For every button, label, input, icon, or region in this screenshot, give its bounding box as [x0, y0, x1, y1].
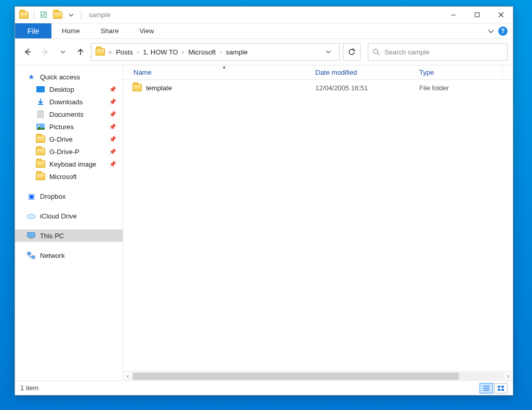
close-button[interactable] — [489, 7, 513, 23]
navitem-pictures[interactable]: Pictures 📌 — [15, 120, 123, 133]
svg-point-17 — [27, 214, 35, 219]
header-type[interactable]: Type — [419, 65, 502, 79]
qat-newfolder[interactable] — [52, 9, 63, 21]
crumb-overflow[interactable]: « — [108, 49, 112, 55]
navitem-network[interactable]: Network — [15, 249, 123, 262]
navitem-gdrive[interactable]: G-Drive 📌 — [15, 133, 123, 145]
qat-dropdown[interactable] — [65, 9, 77, 21]
thumbnails-view-button[interactable] — [494, 383, 508, 393]
svg-point-7 — [374, 49, 378, 53]
crumb-howto[interactable]: 1. HOW TO — [139, 46, 181, 58]
address-history-dropdown[interactable] — [326, 49, 337, 54]
documents-icon — [36, 110, 45, 118]
svg-rect-21 — [32, 256, 35, 258]
scroll-right-icon[interactable]: › — [503, 372, 513, 380]
svg-rect-28 — [501, 389, 504, 391]
thispc-icon — [26, 231, 36, 240]
crumb-microsoft[interactable]: Microsoft — [184, 46, 219, 58]
up-button[interactable] — [73, 45, 88, 59]
desktop-icon — [36, 85, 45, 93]
refresh-button[interactable] — [343, 43, 361, 61]
navigation-pane: ★ Quick access Desktop 📌 Downloads 📌 Doc… — [15, 65, 123, 380]
svg-rect-20 — [28, 252, 31, 255]
file-type: File folder — [419, 84, 502, 92]
sort-indicator-icon: ▲ — [222, 64, 227, 70]
scroll-thumb[interactable] — [132, 373, 459, 380]
minimize-button[interactable] — [441, 7, 465, 23]
recent-locations-button[interactable] — [56, 45, 70, 59]
column-headers: ▲ Name Date modified Type — [123, 65, 513, 80]
folder-icon — [36, 147, 45, 156]
window-title: sample — [89, 11, 111, 19]
navitem-desktop[interactable]: Desktop 📌 — [15, 83, 123, 95]
navitem-icloud[interactable]: iCloud Drive — [15, 210, 123, 222]
tab-view[interactable]: View — [129, 23, 164, 38]
pin-icon: 📌 — [109, 161, 116, 168]
svg-line-8 — [378, 53, 380, 55]
app-icon — [18, 9, 30, 21]
svg-rect-26 — [501, 386, 504, 388]
file-tab[interactable]: File — [15, 23, 51, 38]
pin-icon: 📌 — [109, 136, 116, 143]
pin-icon: 📌 — [109, 99, 116, 105]
pin-icon: 📌 — [109, 86, 116, 93]
quick-access-header[interactable]: ★ Quick access — [15, 71, 123, 83]
downloads-icon — [36, 98, 45, 106]
scroll-track[interactable] — [132, 373, 503, 380]
svg-rect-2 — [475, 13, 479, 17]
folder-icon — [36, 172, 45, 181]
header-name[interactable]: Name — [123, 65, 315, 79]
navitem-keyboard-image[interactable]: Keyboad image 📌 — [15, 158, 123, 170]
details-view-button[interactable] — [480, 383, 493, 393]
network-icon — [26, 251, 36, 259]
header-date[interactable]: Date modified — [315, 65, 419, 79]
horizontal-scrollbar[interactable]: ‹ › — [123, 371, 513, 380]
file-name: template — [146, 84, 172, 92]
forward-button[interactable] — [38, 45, 52, 59]
tab-share[interactable]: Share — [90, 23, 129, 38]
quick-access-icon: ★ — [26, 73, 36, 81]
pictures-icon — [36, 122, 45, 131]
titlebar: sample — [15, 7, 513, 23]
help-button[interactable]: ? — [498, 26, 508, 36]
ribbon-collapse-icon[interactable] — [488, 28, 494, 34]
crumb-posts[interactable]: Posts — [112, 46, 137, 58]
pin-icon: 📌 — [109, 124, 116, 130]
folder-icon — [36, 160, 45, 168]
dropbox-icon: ▣ — [26, 192, 36, 200]
file-date: 12/04/2005 16:51 — [315, 84, 419, 92]
svg-rect-19 — [30, 238, 33, 239]
address-bar[interactable]: « Posts › 1. HOW TO › Microsoft › sample — [91, 43, 340, 61]
file-row[interactable]: template 12/04/2005 16:51 File folder — [123, 80, 513, 95]
status-bar: 1 item — [15, 380, 513, 395]
pin-icon: 📌 — [109, 111, 116, 118]
nav-toolbar: « Posts › 1. HOW TO › Microsoft › sample… — [15, 39, 513, 65]
folder-icon — [36, 135, 45, 143]
maximize-button[interactable] — [465, 7, 489, 23]
svg-rect-25 — [498, 386, 500, 388]
address-folder-icon — [96, 48, 105, 56]
navitem-documents[interactable]: Documents 📌 — [15, 108, 123, 120]
navitem-dropbox[interactable]: ▣ Dropbox — [15, 190, 123, 202]
svg-rect-18 — [28, 233, 35, 237]
svg-rect-9 — [36, 86, 45, 92]
tab-home[interactable]: Home — [51, 23, 90, 38]
crumb-sample[interactable]: sample — [222, 46, 251, 58]
search-placeholder: Search sample — [384, 48, 430, 56]
svg-point-16 — [38, 125, 40, 127]
file-list: ▲ Name Date modified Type template 12/04… — [123, 65, 513, 380]
folder-icon — [132, 84, 142, 91]
explorer-window: sample File Home Share View ? « P — [15, 6, 513, 395]
icloud-icon — [26, 212, 36, 220]
navitem-this-pc[interactable]: This PC — [15, 229, 123, 242]
scroll-left-icon[interactable]: ‹ — [123, 372, 132, 380]
back-button[interactable] — [20, 45, 35, 59]
navitem-microsoft[interactable]: Microsoft — [15, 170, 123, 183]
navitem-downloads[interactable]: Downloads 📌 — [15, 95, 123, 108]
ribbon: File Home Share View ? — [15, 23, 513, 39]
search-icon — [373, 48, 380, 56]
search-box[interactable]: Search sample — [368, 43, 508, 61]
navitem-gdrive-p[interactable]: G-Drive-P 📌 — [15, 145, 123, 158]
qat-properties[interactable] — [38, 9, 50, 21]
item-count: 1 item — [20, 384, 38, 392]
